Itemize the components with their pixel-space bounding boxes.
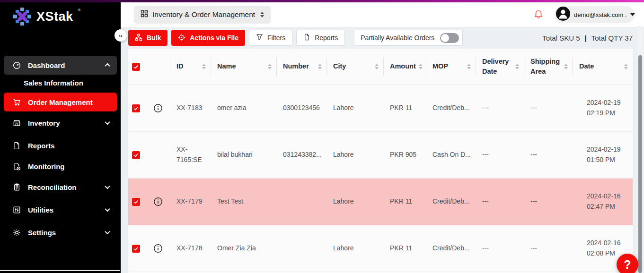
sidebar-item-order-management[interactable]: Order Management bbox=[4, 93, 117, 111]
row-checkbox-cell bbox=[128, 85, 148, 131]
cell-id: XX-7165:SE bbox=[170, 132, 211, 178]
sidebar-item-label: Inventory bbox=[28, 119, 98, 127]
vertical-scrollbar[interactable] bbox=[637, 26, 643, 273]
table-row[interactable]: XX-7179 Test Test Lahore PKR 11 Credit/D… bbox=[128, 179, 633, 225]
column-label: Amount bbox=[390, 61, 416, 71]
sort-icon[interactable] bbox=[624, 64, 628, 69]
select-all-checkbox[interactable] bbox=[132, 63, 140, 71]
cell-city: Lahore bbox=[326, 225, 383, 272]
table-row[interactable]: XX-7183 omer azia 0300123456 Lahore PKR … bbox=[128, 85, 633, 132]
row-checkbox-cell bbox=[128, 132, 148, 178]
sidebar-subitem-label: Sales Information bbox=[24, 79, 83, 87]
notification-bell-icon[interactable] bbox=[533, 9, 544, 20]
sidebar-item-monitoring[interactable]: Monitoring bbox=[4, 157, 117, 176]
row-checkbox[interactable] bbox=[132, 245, 140, 253]
sidebar-item-label: Settings bbox=[28, 229, 98, 237]
updown-caret-icon bbox=[260, 12, 264, 17]
table-row[interactable]: XX-7165:SE bilal bukhari 031243382... La… bbox=[128, 132, 633, 179]
partially-available-orders-toggle[interactable] bbox=[440, 33, 459, 43]
column-label: Delivery Date bbox=[482, 57, 512, 77]
row-checkbox[interactable] bbox=[132, 104, 140, 112]
column-label: City bbox=[333, 61, 346, 71]
sidebar-item-label: Monitoring bbox=[28, 162, 109, 171]
info-icon[interactable] bbox=[153, 197, 163, 206]
cell-id: XX-7183 bbox=[170, 85, 211, 131]
sidebar-item-reconciliation[interactable]: Reconciliation bbox=[4, 178, 117, 196]
filters-button-label: Filters bbox=[267, 34, 285, 42]
chevron-up-icon bbox=[105, 63, 110, 68]
sort-icon[interactable] bbox=[419, 64, 423, 69]
cell-shipping-area: --- bbox=[524, 179, 573, 225]
info-icon[interactable] bbox=[153, 103, 163, 113]
sort-icon[interactable] bbox=[318, 64, 322, 69]
app-switcher-dropdown[interactable]: Inventory & Order Management bbox=[134, 6, 271, 24]
table-row[interactable]: XX-7178 Omer Zia Zia Lahore PKR 11 Credi… bbox=[128, 225, 633, 272]
actions-via-file-label: Actions via File bbox=[190, 34, 238, 42]
sort-icon[interactable] bbox=[564, 64, 568, 69]
column-header-city[interactable]: City bbox=[326, 49, 383, 85]
orders-table: IDNameNumberCityAmountMOPDelivery DateSh… bbox=[128, 49, 633, 273]
brand-logo[interactable]: XStak ® bbox=[13, 7, 80, 28]
cell-delivery-date: --- bbox=[476, 179, 524, 225]
row-checkbox[interactable] bbox=[132, 198, 140, 206]
sidebar-collapse-button[interactable]: ‹› bbox=[115, 29, 127, 42]
scrollbar-thumb[interactable] bbox=[638, 55, 642, 273]
table-toolbar: Bulk Actions via File Filters bbox=[121, 27, 644, 49]
document-icon bbox=[12, 141, 21, 150]
sort-icon[interactable] bbox=[467, 64, 471, 69]
table-header-row: IDNameNumberCityAmountMOPDelivery DateSh… bbox=[128, 49, 633, 85]
column-header-shipping-area[interactable]: Shipping Area bbox=[524, 49, 573, 85]
column-header-amount[interactable]: Amount bbox=[383, 49, 426, 85]
column-header-delivery-date[interactable]: Delivery Date bbox=[476, 49, 524, 85]
bulk-button[interactable]: Bulk bbox=[128, 30, 168, 46]
cart-icon bbox=[12, 98, 21, 106]
sort-icon[interactable] bbox=[375, 64, 379, 69]
sidebar-item-reports[interactable]: Reports bbox=[4, 136, 117, 155]
gear-icon bbox=[12, 228, 21, 237]
document-icon bbox=[303, 34, 310, 42]
toggle-knob bbox=[441, 34, 449, 42]
brand-wordmark: XStak bbox=[36, 7, 73, 26]
store-icon bbox=[12, 119, 21, 127]
column-header-id[interactable]: ID bbox=[170, 49, 211, 85]
sidebar-item-sales-information[interactable]: Sales Information bbox=[24, 77, 83, 88]
info-icon[interactable] bbox=[153, 244, 163, 253]
sidebar-item-utilities[interactable]: Utilities bbox=[4, 200, 117, 219]
filters-button[interactable]: Filters bbox=[249, 30, 292, 46]
target-icon bbox=[178, 34, 185, 43]
sidebar-item-settings[interactable]: Settings bbox=[4, 223, 117, 242]
sidebar-item-inventory[interactable]: Inventory bbox=[4, 113, 117, 132]
total-sku-label: Total SKU 5 bbox=[542, 34, 580, 42]
row-info-cell bbox=[148, 132, 170, 178]
column-header-name[interactable]: Name bbox=[211, 49, 276, 85]
app-window: XStak ® Dashboard Sales Information Orde… bbox=[0, 0, 644, 273]
cell-delivery-date: --- bbox=[476, 132, 524, 178]
cell-number bbox=[276, 225, 326, 272]
sidebar-item-dashboard[interactable]: Dashboard bbox=[4, 56, 117, 75]
reports-button[interactable]: Reports bbox=[296, 30, 345, 46]
sidebar-scrollbar[interactable] bbox=[0, 270, 120, 271]
partially-available-orders-label: Partially Available Orders bbox=[361, 34, 434, 42]
main-area: Inventory & Order Management demo@xstak.… bbox=[121, 2, 644, 273]
xstak-star-icon bbox=[13, 7, 32, 28]
sort-icon[interactable] bbox=[515, 64, 519, 69]
account-menu[interactable]: demo@xstak.com . bbox=[555, 6, 635, 23]
help-button[interactable]: ? bbox=[617, 254, 638, 273]
cell-amount: PKR 905 bbox=[383, 132, 426, 178]
row-checkbox[interactable] bbox=[132, 151, 140, 159]
column-header-mop[interactable]: MOP bbox=[426, 49, 476, 85]
monitor-icon bbox=[12, 162, 21, 171]
sort-icon[interactable] bbox=[268, 64, 272, 69]
sort-icon[interactable] bbox=[202, 64, 206, 69]
cell-number: 0300123456 bbox=[276, 85, 326, 131]
total-qty-label: Total QTY 37 bbox=[591, 34, 633, 42]
cell-delivery-date: --- bbox=[476, 85, 524, 131]
bulk-button-label: Bulk bbox=[147, 34, 161, 42]
sidebar-item-label: Order Management bbox=[28, 98, 109, 106]
chevron-down-icon bbox=[105, 119, 110, 125]
column-header-date[interactable]: Date bbox=[573, 49, 633, 85]
cell-amount: PKR 11 bbox=[383, 85, 426, 131]
actions-via-file-button[interactable]: Actions via File bbox=[171, 30, 245, 46]
column-header-number[interactable]: Number bbox=[276, 49, 326, 85]
sidebar-item-label: Dashboard bbox=[28, 61, 98, 69]
